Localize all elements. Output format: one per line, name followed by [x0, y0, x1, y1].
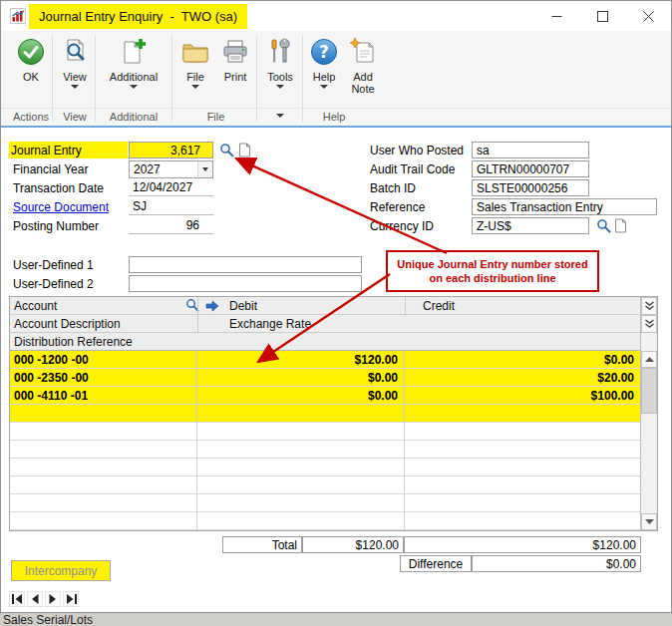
ok-button-label: OK: [23, 71, 39, 83]
journal-entry-value[interactable]: 3,617: [129, 142, 213, 158]
view-button-label: View: [63, 71, 87, 83]
scrollbar-thumb[interactable]: [641, 368, 657, 414]
last-record-button[interactable]: [63, 591, 79, 607]
batch-id-label: Batch ID: [368, 179, 468, 196]
table-row[interactable]: 000 -4110 -01 $0.00 $100.00: [10, 387, 640, 405]
ribbon-separator: [171, 36, 172, 122]
journal-entry-note-button[interactable]: [236, 142, 252, 157]
cell-account: 000 -4110 -01: [10, 387, 197, 405]
help-button-label: Help: [313, 71, 336, 83]
additional-button[interactable]: Additional: [98, 36, 169, 108]
audit-trail-code-value: GLTRN00000707: [472, 160, 589, 177]
source-document-link[interactable]: Source Document: [11, 198, 125, 215]
window-title: Journal Entry Enquiry - TWO (sa): [39, 9, 237, 24]
table-row-empty: [10, 459, 640, 476]
next-record-button[interactable]: [45, 591, 61, 607]
scroll-up-button[interactable]: [641, 351, 657, 368]
close-button[interactable]: [625, 1, 671, 31]
magnifier-icon: [596, 218, 611, 233]
financial-year-dropdown-button[interactable]: [197, 161, 212, 177]
difference-label: Difference: [400, 555, 472, 572]
financial-year-select[interactable]: 2027: [129, 160, 213, 178]
ribbon-group-collapsed-caret-icon[interactable]: [272, 114, 288, 118]
financial-year-value: 2027: [130, 162, 197, 176]
cell-credit: $20.00: [405, 369, 640, 387]
blue-arrow-right-icon: [205, 300, 219, 312]
help-button[interactable]: ? Help: [306, 36, 342, 108]
table-row[interactable]: 000 -2350 -00 $0.00 $20.00: [10, 369, 640, 387]
first-record-button[interactable]: [9, 591, 25, 607]
additional-button-label: Additional: [110, 71, 158, 83]
dropdown-caret-icon: [320, 85, 328, 89]
view-icon: [60, 36, 90, 68]
transaction-date-label: Transaction Date: [11, 179, 125, 196]
double-chevron-down-icon: [644, 319, 655, 329]
grid-header-divider: [197, 297, 198, 315]
financial-year-label: Financial Year: [11, 160, 125, 177]
file-icon: [180, 36, 210, 68]
table-row-empty: [10, 494, 640, 512]
intercompany-button[interactable]: Intercompany: [11, 560, 111, 581]
difference-value: $0.00: [472, 555, 641, 572]
ok-button[interactable]: OK: [9, 36, 53, 108]
last-record-icon: [66, 594, 77, 604]
user-defined-1-label: User-Defined 1: [11, 256, 125, 273]
grid-header-row-2: Account Description Exchange Rate: [10, 315, 640, 333]
table-row-empty: [10, 512, 640, 530]
minimize-button[interactable]: [533, 1, 579, 31]
table-row[interactable]: 000 -1200 -00 $120.00 $0.00: [10, 351, 640, 369]
add-note-button-label: Add Note: [348, 71, 378, 95]
audit-trail-code-label: Audit Trail Code: [368, 160, 468, 177]
first-record-icon: [12, 594, 23, 604]
add-note-icon: [348, 36, 378, 68]
ribbon-group-additional: Additional: [98, 111, 169, 125]
print-button-label: Print: [224, 71, 247, 83]
user-defined-2-value: [129, 275, 362, 292]
previous-record-button[interactable]: [27, 591, 43, 607]
grid-header-divider: [197, 315, 198, 333]
exchange-rate-header: Exchange Rate: [229, 317, 311, 331]
dropdown-caret-icon: [130, 85, 138, 89]
grid-header-row-1: Account Debit Credit: [10, 297, 640, 315]
reference-label: Reference: [368, 198, 468, 215]
currency-lookup-button[interactable]: [595, 217, 611, 233]
account-expand-button[interactable]: [205, 300, 219, 315]
background-window-text: Sales Serial/Lots: [3, 613, 93, 626]
scroll-down-button[interactable]: [641, 513, 657, 530]
transaction-date-value: 12/04/2027: [129, 179, 213, 196]
journal-entry-lookup-button[interactable]: [218, 142, 234, 157]
currency-note-button[interactable]: [612, 217, 628, 233]
tools-button[interactable]: Tools: [260, 36, 300, 108]
screen: Sales Serial/Lots Journal Entry Enquiry …: [0, 0, 672, 626]
ribbon-group-file: File: [176, 111, 255, 125]
cell-debit: $0.00: [197, 387, 405, 405]
maximize-button[interactable]: [579, 1, 625, 31]
table-row-empty: [10, 476, 640, 494]
expand-credit-rows-button[interactable]: [641, 315, 657, 333]
dropdown-caret-icon: [276, 85, 284, 89]
ribbon-separator: [302, 36, 303, 122]
file-button[interactable]: File: [176, 36, 214, 108]
annotation-text: Unique Journal Entry number stored on ea…: [397, 257, 587, 285]
next-record-icon: [49, 594, 57, 604]
currency-id-value: Z-US$: [472, 217, 589, 234]
print-button[interactable]: Print: [215, 36, 255, 108]
currency-id-label: Currency ID: [368, 217, 468, 234]
chevron-down-icon: [202, 167, 208, 171]
note-page-icon: [614, 218, 627, 233]
view-button[interactable]: View: [55, 36, 95, 108]
grid-header-row-3: Distribution Reference: [10, 333, 640, 351]
total-label: Total: [222, 536, 302, 553]
tools-icon: [265, 36, 295, 68]
add-note-button[interactable]: Add Note: [343, 36, 383, 108]
posting-number-value: 96: [129, 217, 213, 234]
svg-text:?: ?: [319, 42, 329, 62]
record-navigation: [9, 591, 79, 607]
expand-debit-rows-button[interactable]: [641, 297, 657, 315]
cell-debit: $0.00: [197, 369, 405, 387]
total-debit-value: $120.00: [302, 536, 404, 553]
title-bar: Journal Entry Enquiry - TWO (sa): [1, 1, 671, 31]
debit-header: Debit: [229, 299, 257, 313]
reference-value: Sales Transaction Entry: [472, 198, 657, 215]
background-window-strip: Sales Serial/Lots: [0, 613, 672, 626]
